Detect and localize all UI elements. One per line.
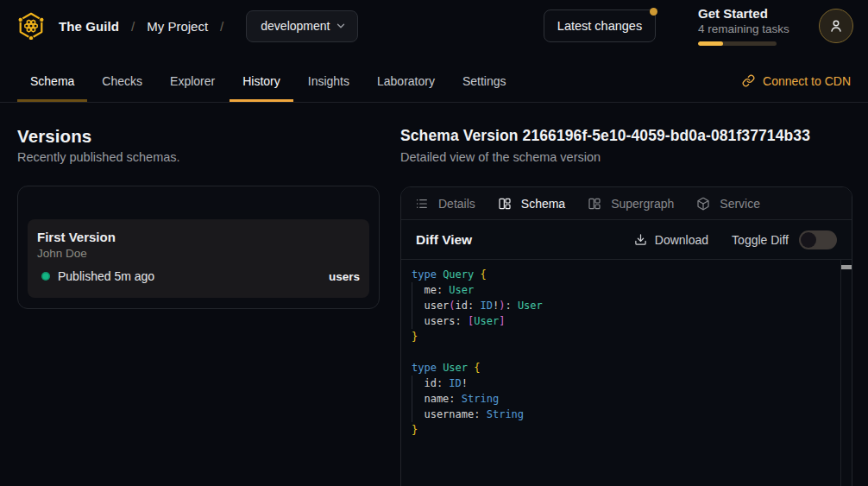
panels-icon bbox=[588, 197, 601, 211]
nav-tab-label: Laboratory bbox=[377, 74, 435, 88]
code-line bbox=[412, 344, 852, 360]
schema-sdl-code: type Query { me: User user(id: ID!): Use… bbox=[401, 260, 852, 438]
version-list-item[interactable]: First Version John Doe Published 5m ago … bbox=[28, 219, 369, 298]
target-selector-value: development bbox=[261, 19, 330, 33]
box-icon bbox=[696, 197, 710, 211]
versions-column: Versions Recently published schemas. Fir… bbox=[17, 103, 380, 309]
link-icon bbox=[742, 74, 755, 87]
list-icon bbox=[415, 197, 429, 211]
top-bar: The Guild / My Project / development Lat… bbox=[0, 0, 868, 52]
code-line: name: String bbox=[412, 391, 852, 407]
nav-tab-history[interactable]: History bbox=[230, 52, 293, 102]
detail-tab-supergraph[interactable]: Supergraph bbox=[576, 187, 685, 219]
indent-guide bbox=[412, 282, 412, 329]
version-status: Published 5m ago bbox=[58, 269, 154, 283]
nav-tab-schema[interactable]: Schema bbox=[17, 52, 87, 102]
get-started-subtitle: 4 remaining tasks bbox=[698, 22, 777, 36]
breadcrumb-separator: / bbox=[131, 19, 135, 34]
panels-icon bbox=[498, 197, 512, 211]
chevron-down-icon bbox=[335, 20, 347, 32]
connect-to-cdn-button[interactable]: Connect to CDN bbox=[742, 52, 851, 102]
main-content: Versions Recently published schemas. Fir… bbox=[0, 103, 868, 486]
toggle-diff-switch[interactable] bbox=[799, 230, 837, 249]
version-detail-panel: DetailsSchemaSupergraphService Diff View… bbox=[400, 186, 852, 486]
code-scrollbar-thumb[interactable] bbox=[841, 265, 852, 269]
nav-tab-laboratory[interactable]: Laboratory bbox=[364, 52, 448, 102]
detail-tabs: DetailsSchemaSupergraphService bbox=[401, 187, 852, 220]
version-detail-title: Schema Version 2166196f-5e10-4059-bd0a-0… bbox=[400, 126, 852, 146]
detail-tab-label: Schema bbox=[521, 197, 565, 211]
diff-view-title: Diff View bbox=[416, 232, 472, 248]
download-button[interactable]: Download bbox=[634, 233, 708, 247]
latest-changes-label: Latest changes bbox=[557, 19, 642, 33]
connect-to-cdn-label: Connect to CDN bbox=[763, 74, 851, 88]
nav-tab-label: Explorer bbox=[170, 74, 215, 88]
download-label: Download bbox=[655, 233, 708, 247]
code-line: id: ID! bbox=[412, 376, 852, 391]
version-name: First Version bbox=[37, 230, 360, 245]
nav-tab-insights[interactable]: Insights bbox=[295, 52, 362, 102]
active-tab-underline bbox=[17, 99, 87, 102]
toggle-diff-label: Toggle Diff bbox=[732, 233, 789, 247]
code-line: type Query { bbox=[412, 267, 852, 282]
breadcrumb-project[interactable]: My Project bbox=[147, 19, 208, 34]
target-nav-tabs: SchemaChecksExplorerHistoryInsightsLabor… bbox=[0, 52, 868, 103]
nav-tab-label: Settings bbox=[462, 74, 506, 88]
code-line: user(id: ID!): User bbox=[412, 298, 852, 313]
versions-list-card: First Version John Doe Published 5m ago … bbox=[17, 186, 380, 309]
version-author: John Doe bbox=[37, 247, 360, 261]
nav-tab-explorer[interactable]: Explorer bbox=[157, 52, 228, 102]
toggle-diff-knob bbox=[801, 232, 816, 248]
nav-tabs-list: SchemaChecksExplorerHistoryInsightsLabor… bbox=[17, 52, 521, 102]
nav-tab-label: Schema bbox=[30, 74, 74, 88]
target-selector[interactable]: development bbox=[246, 10, 358, 42]
get-started-progress-fill bbox=[698, 41, 723, 46]
active-tab-underline bbox=[230, 99, 293, 102]
detail-tab-label: Service bbox=[720, 197, 760, 211]
indent-guide bbox=[412, 376, 412, 422]
diff-view-header: Diff View Download Toggle Diff bbox=[401, 220, 852, 260]
versions-title: Versions bbox=[17, 126, 380, 146]
detail-tab-label: Supergraph bbox=[611, 197, 674, 211]
nav-tab-checks[interactable]: Checks bbox=[89, 52, 155, 102]
nav-tab-label: Checks bbox=[102, 74, 142, 88]
code-line: username: String bbox=[412, 407, 852, 422]
get-started-title: Get Started bbox=[698, 6, 777, 21]
code-line: } bbox=[412, 329, 852, 344]
nav-tab-label: Insights bbox=[308, 74, 349, 88]
nav-tab-label: History bbox=[242, 74, 280, 88]
version-detail-column: Schema Version 2166196f-5e10-4059-bd0a-0… bbox=[400, 103, 852, 486]
hive-logo-icon[interactable] bbox=[17, 12, 45, 40]
detail-tab-details[interactable]: Details bbox=[404, 187, 487, 219]
code-line: users: [User] bbox=[412, 313, 852, 329]
code-line: type User { bbox=[412, 360, 852, 376]
user-avatar[interactable] bbox=[819, 9, 853, 43]
code-line: } bbox=[412, 422, 852, 438]
version-service-badge: users bbox=[329, 270, 360, 283]
breadcrumb-org[interactable]: The Guild bbox=[59, 19, 119, 34]
user-icon bbox=[828, 18, 844, 34]
detail-tab-label: Details bbox=[438, 197, 475, 211]
nav-tab-settings[interactable]: Settings bbox=[450, 52, 519, 102]
latest-changes-button[interactable]: Latest changes bbox=[544, 9, 656, 42]
get-started-progressbar bbox=[698, 41, 777, 46]
schema-code-viewer[interactable]: type Query { me: User user(id: ID!): Use… bbox=[401, 260, 852, 486]
published-status-dot bbox=[41, 272, 50, 281]
code-line: me: User bbox=[412, 282, 852, 298]
breadcrumb-separator: / bbox=[220, 19, 223, 34]
download-icon bbox=[634, 233, 647, 246]
versions-subtitle: Recently published schemas. bbox=[17, 149, 380, 166]
detail-tab-schema[interactable]: Schema bbox=[487, 187, 576, 219]
version-status-row: Published 5m ago users bbox=[37, 269, 360, 283]
code-scrollbar[interactable] bbox=[840, 260, 852, 486]
notification-dot bbox=[650, 8, 657, 16]
detail-tab-service[interactable]: Service bbox=[685, 187, 771, 219]
get-started-widget[interactable]: Get Started 4 remaining tasks bbox=[698, 6, 777, 46]
version-detail-subtitle: Detailed view of the schema version bbox=[400, 149, 852, 166]
